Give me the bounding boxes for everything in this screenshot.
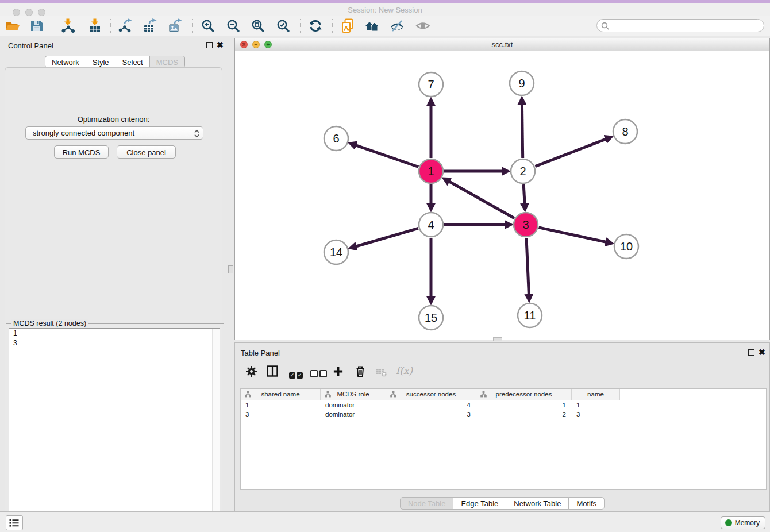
result-scrollbar[interactable]: [212, 329, 220, 532]
tab-mcds[interactable]: MCDS: [149, 56, 185, 68]
graph-edge-3-10[interactable]: [539, 228, 607, 242]
table-splitter-grip[interactable]: [493, 337, 502, 341]
graph-node-7[interactable]: 7: [419, 72, 443, 97]
graph-node-15[interactable]: 15: [419, 306, 443, 330]
graph-node-11[interactable]: 11: [518, 303, 542, 327]
export-network-button[interactable]: [118, 18, 133, 33]
table-row[interactable]: 3dominator323: [241, 410, 766, 419]
open-session-button[interactable]: [5, 18, 20, 33]
mcds-result-item[interactable]: 1: [9, 329, 220, 338]
tab-network[interactable]: Network: [45, 56, 86, 68]
tab-network-table[interactable]: Network Table: [506, 497, 569, 510]
table-row[interactable]: 1dominator411: [241, 400, 766, 410]
graph-edge-3-11[interactable]: [526, 238, 529, 296]
search-field[interactable]: [596, 19, 764, 32]
import-table-button[interactable]: [87, 18, 102, 33]
deselect-all-button[interactable]: [310, 369, 327, 380]
table-panel-float-button[interactable]: [748, 349, 754, 356]
graph-edge-3-1[interactable]: [448, 181, 514, 218]
show-all-button[interactable]: [415, 18, 430, 33]
graph-edge-2-8[interactable]: [535, 138, 607, 166]
apply-layout-button[interactable]: [308, 18, 323, 33]
graph-edge-4-14[interactable]: [355, 228, 418, 246]
delete-column-button[interactable]: [355, 365, 366, 380]
zoom-out-button[interactable]: [226, 18, 241, 33]
mcds-result-item[interactable]: 3: [9, 338, 220, 348]
mcds-result-legend: MCDS result (2 nodes): [11, 319, 88, 327]
task-history-button[interactable]: [6, 515, 23, 530]
graph-node-4[interactable]: 4: [419, 213, 443, 237]
delete-table-icon: [376, 368, 387, 377]
delete-table-button[interactable]: [376, 368, 387, 380]
graph-node-10[interactable]: 10: [614, 234, 638, 259]
panel-splitter-grip[interactable]: [228, 265, 233, 273]
table-panel: Table Panel ✖ f(x) shared nameMCDS roles…: [234, 342, 770, 511]
memory-status-icon: [725, 519, 732, 526]
export-table-button[interactable]: [143, 18, 157, 33]
node-label: 9: [518, 77, 525, 90]
network-graph[interactable]: 7968124314101511: [235, 51, 769, 340]
tab-edge-table[interactable]: Edge Table: [453, 497, 506, 510]
table-panel-close-icon[interactable]: ✖: [759, 349, 765, 356]
split-view-button[interactable]: [267, 365, 278, 379]
first-neighbors-button[interactable]: [365, 18, 380, 33]
graph-node-9[interactable]: 9: [510, 71, 534, 95]
table-settings-button[interactable]: [246, 366, 257, 379]
zoom-in-button[interactable]: [201, 18, 215, 33]
table-cell: 3: [241, 410, 321, 419]
criterion-dropdown[interactable]: strongly connected component: [25, 126, 203, 140]
select-all-button[interactable]: [289, 369, 303, 379]
zoom-selected-button[interactable]: [276, 18, 291, 33]
import-network-button[interactable]: [60, 18, 75, 33]
checkbox-empty-icon: [310, 370, 318, 377]
control-panel-close-icon[interactable]: ✖: [217, 41, 224, 48]
close-panel-button[interactable]: Close panel: [117, 145, 176, 159]
column-header-mcds-role[interactable]: MCDS role: [321, 389, 386, 400]
column-label: MCDS role: [321, 391, 386, 398]
graph-node-8[interactable]: 8: [613, 119, 637, 144]
hide-selected-button[interactable]: [390, 18, 405, 33]
graph-node-6[interactable]: 6: [324, 126, 348, 151]
duplicate-network-button[interactable]: [340, 18, 355, 33]
table-cell: 1: [241, 400, 321, 410]
fit-content-button[interactable]: [251, 18, 265, 33]
search-input[interactable]: [612, 20, 761, 32]
column-label: successor nodes: [386, 391, 476, 398]
split-columns-icon: [267, 365, 278, 377]
trash-icon: [355, 365, 366, 377]
graph-edge-2-9[interactable]: [522, 103, 522, 158]
toolbar-separator: [332, 19, 333, 33]
column-header-name[interactable]: name: [572, 389, 620, 400]
control-panel-float-button[interactable]: [206, 42, 213, 48]
save-session-button[interactable]: [29, 18, 44, 33]
gear-icon: [246, 366, 257, 377]
column-header-predecessor-nodes[interactable]: predecessor nodes: [476, 389, 572, 400]
graph-node-3[interactable]: 3: [514, 213, 538, 237]
graph-edge-1-6[interactable]: [355, 145, 418, 167]
table-cell: 1: [476, 400, 572, 410]
zoom-out-icon: [226, 18, 241, 33]
tab-node-table[interactable]: Node Table: [400, 497, 454, 510]
mcds-result-list[interactable]: 13: [9, 328, 220, 532]
tab-select[interactable]: Select: [116, 56, 150, 68]
node-table: shared nameMCDS rolesuccessor nodesprede…: [240, 388, 767, 490]
memory-button[interactable]: Memory: [721, 516, 765, 529]
column-header-successor-nodes[interactable]: successor nodes: [386, 389, 476, 400]
add-column-button[interactable]: [333, 366, 344, 379]
run-mcds-button[interactable]: Run MCDS: [54, 145, 109, 159]
tab-motifs[interactable]: Motifs: [568, 497, 605, 510]
network-window-titlebar[interactable]: × − + scc.txt: [235, 38, 769, 51]
graph-node-14[interactable]: 14: [324, 240, 348, 264]
graph-node-1[interactable]: 1: [419, 159, 443, 183]
function-builder-button[interactable]: f(x): [396, 365, 413, 376]
main-toolbar: [0, 16, 770, 36]
tab-style[interactable]: Style: [86, 56, 116, 68]
toolbar-separator: [110, 19, 111, 33]
graph-node-2[interactable]: 2: [511, 159, 535, 183]
export-image-button[interactable]: [168, 18, 183, 33]
network-window-title: scc.txt: [235, 40, 769, 49]
column-header-shared-name[interactable]: shared name: [241, 389, 321, 400]
graph-edge-2-3[interactable]: [523, 184, 525, 205]
node-label: 4: [428, 218, 434, 231]
node-label: 3: [522, 218, 529, 231]
